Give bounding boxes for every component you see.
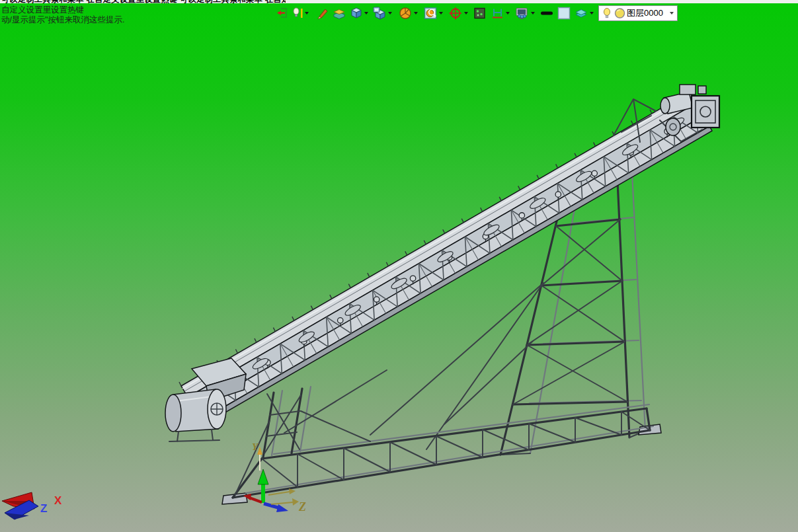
clipped-window-text: 可以定制工具条和菜单 在自定义设置里设置热键 可以定制工具条和菜单 在自定义设置… <box>0 0 798 3</box>
layer-name: 图层0000 <box>627 7 663 19</box>
exit-button[interactable] <box>276 5 289 21</box>
zoom-region-icon <box>423 6 438 20</box>
view-toolbar: 图层0000 <box>276 4 678 22</box>
chevron-down-icon[interactable] <box>590 12 594 15</box>
view-x-label: X <box>54 494 62 507</box>
origin-z-label: Z <box>298 500 306 513</box>
hotkey-tips: 自定义设置里设置热键 动/显示提示"按钮来取消这些提示. <box>1 5 124 25</box>
origin-triad: Y Z <box>243 441 306 513</box>
layer-combo[interactable]: 图层0000 <box>598 5 678 21</box>
exit-icon <box>276 6 289 20</box>
display-mode-button[interactable] <box>514 5 535 21</box>
hotkey-tip-line2: 动/显示提示"按钮来取消这些提示. <box>1 15 124 25</box>
material-box-button[interactable] <box>332 5 346 21</box>
line-width-button[interactable] <box>540 5 553 21</box>
layer-color-icon[interactable] <box>614 7 625 19</box>
cube-button[interactable] <box>350 5 368 21</box>
color-swatch-button[interactable] <box>557 5 571 21</box>
ground-truss[interactable] <box>222 404 661 504</box>
measure-button[interactable] <box>491 5 510 21</box>
clipped-title-text: 可以定制工具条和菜单 在自定义设置里设置热键 可以定制工具条和菜单 在自定义设置… <box>1 0 286 3</box>
cube-icon <box>350 6 363 20</box>
brush-icon <box>317 6 329 20</box>
color-swatch <box>557 6 571 20</box>
render-target-icon <box>473 6 487 20</box>
display-mode-icon <box>514 6 530 20</box>
hotkey-tip-line1: 自定义设置里设置热键 <box>1 5 124 15</box>
brush-button[interactable] <box>317 5 329 21</box>
zoom-region-button[interactable] <box>423 5 443 21</box>
layers-button[interactable] <box>574 5 594 21</box>
chevron-down-icon[interactable] <box>305 12 309 15</box>
layer-combo-arrow[interactable] <box>670 12 674 15</box>
conveyor-boom[interactable] <box>179 88 712 433</box>
rotate-view-button[interactable] <box>448 5 468 21</box>
orange-sphere-icon <box>398 6 413 20</box>
view-triad: X Z <box>2 492 62 519</box>
chevron-down-icon[interactable] <box>439 12 443 15</box>
layer-visibility-bulb-icon[interactable] <box>602 7 612 19</box>
line-width-swatch <box>540 6 553 20</box>
cube-view-button[interactable] <box>372 5 392 21</box>
application-window: 可以定制工具条和菜单 在自定义设置里设置热键 可以定制工具条和菜单 在自定义设置… <box>0 0 798 532</box>
chevron-down-icon[interactable] <box>414 12 418 15</box>
cube-view-icon <box>372 6 387 20</box>
chevron-down-icon[interactable] <box>531 12 535 15</box>
render-target-button[interactable] <box>473 5 487 21</box>
3d-viewport[interactable]: 自定义设置里设置热键 动/显示提示"按钮来取消这些提示. <box>0 3 798 532</box>
chevron-down-icon[interactable] <box>506 12 510 15</box>
chevron-down-icon[interactable] <box>364 12 368 15</box>
toggle-light-icon <box>292 6 303 20</box>
window-separator <box>273 0 274 3</box>
chevron-down-icon[interactable] <box>388 12 392 15</box>
view-z-label: Z <box>40 502 47 515</box>
rotate-view-icon <box>448 6 463 20</box>
material-box-icon <box>332 6 346 20</box>
conveyor-model[interactable]: Y Z X <box>0 3 798 532</box>
layers-icon <box>574 6 588 20</box>
toggle-light-button[interactable] <box>292 5 309 21</box>
orange-sphere-button[interactable] <box>398 5 418 21</box>
chevron-down-icon[interactable] <box>464 12 468 15</box>
measure-icon <box>491 6 504 20</box>
